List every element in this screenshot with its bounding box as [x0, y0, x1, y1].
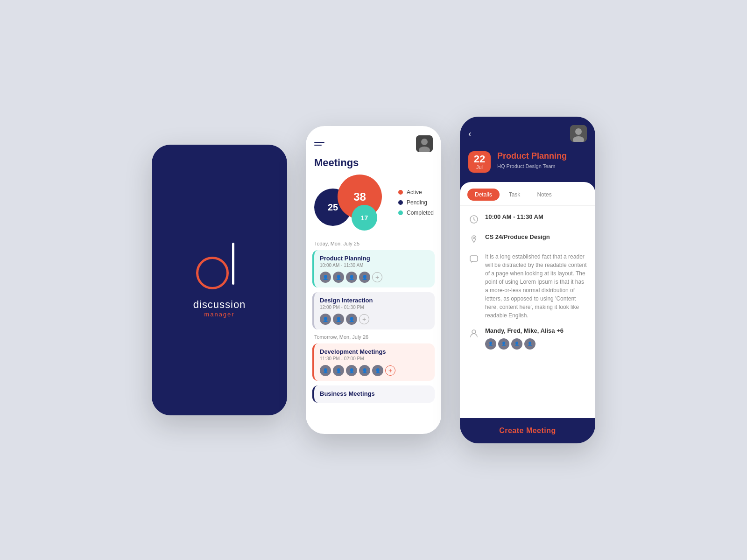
time-row: 10:00 AM - 11:30 AM [467, 212, 588, 226]
attendee-avatar-6: 👤 [333, 314, 344, 325]
detail-body: 10:00 AM - 11:30 AM CS 24/Produce Design [460, 206, 595, 418]
add-attendee-button[interactable]: + [372, 272, 382, 282]
menu-icon[interactable] [314, 142, 324, 146]
detail-header: 22 Jul Product Planning HQ Product Desig… [460, 147, 595, 182]
attendee-avatar-12: 👤 [372, 365, 383, 376]
svg-rect-8 [470, 256, 478, 261]
avatars-row: 👤 👤 👤 👤 + [320, 272, 429, 283]
add-attendee-button-3[interactable]: + [385, 365, 395, 376]
back-button[interactable]: ‹ [468, 128, 472, 139]
date-tomorrow: Tomorrow, Mon, July 26 [314, 334, 433, 340]
tab-details[interactable]: Details [467, 189, 500, 201]
user-avatar-detail[interactable] [570, 125, 587, 142]
completed-dot [398, 210, 403, 215]
chart-legend: Active Pending Completed [398, 189, 434, 216]
meetings-header [306, 126, 441, 157]
logo-ring [196, 257, 229, 289]
create-meeting-footer[interactable]: Create Meeting [460, 418, 595, 443]
user-avatar[interactable] [416, 135, 433, 152]
attendee-avatar-8: 👤 [320, 365, 331, 376]
splash-screen: discussion manager [152, 145, 287, 415]
attendee-avatar-9: 👤 [333, 365, 344, 376]
attendees-block: Mandy, Fred, Mike, Alisa +6 👤 👤 👤 👤 [485, 326, 564, 350]
meetings-screen: Meetings 25 38 17 Active Pending [306, 126, 441, 434]
completed-bubble: 17 [352, 205, 377, 231]
location-icon [467, 233, 480, 246]
add-attendee-button-2[interactable]: + [359, 314, 369, 324]
attendee-avatar-4: 👤 [359, 272, 370, 283]
detail-avatar-1: 👤 [485, 338, 496, 350]
meeting-card-development[interactable]: Development Meetings 11:30 PM - 02:00 PM… [312, 343, 435, 381]
attendees-row: Mandy, Fred, Mike, Alisa +6 👤 👤 👤 👤 [467, 326, 588, 350]
svg-point-1 [421, 139, 428, 145]
legend-completed: Completed [398, 210, 434, 216]
attendee-avatar-2: 👤 [333, 272, 344, 283]
meeting-card-product-planning[interactable]: Product Planning 10:00 AM - 11:30 AM 👤 👤… [312, 250, 435, 287]
clock-icon [467, 213, 480, 226]
attendee-avatar-11: 👤 [359, 365, 370, 376]
pending-dot [398, 200, 403, 205]
create-meeting-button[interactable]: Create Meeting [468, 427, 587, 435]
svg-point-9 [472, 330, 476, 334]
app-sub: manager [193, 311, 246, 318]
meeting-title-block: Product Planning HQ Product Design Team [497, 151, 567, 169]
attendees-avatars: 👤 👤 👤 👤 [485, 338, 564, 350]
meeting-card-design[interactable]: Design Interaction 12:00 PM - 01:30 PM 👤… [312, 292, 435, 329]
bubble-chart: 25 38 17 [314, 175, 389, 231]
description-row: It is a long established fact that a rea… [467, 252, 588, 320]
attendee-avatar-1: 👤 [320, 272, 331, 283]
person-icon [467, 327, 480, 340]
attendee-avatar-3: 👤 [346, 272, 357, 283]
detail-avatar-3: 👤 [511, 338, 522, 350]
legend-pending: Pending [398, 199, 434, 206]
detail-avatar-2: 👤 [498, 338, 509, 350]
detail-topbar: ‹ [460, 117, 595, 147]
logo-line [232, 243, 234, 285]
chart-area: 25 38 17 Active Pending Completed [306, 175, 441, 238]
location-row: CS 24/Produce Design [467, 232, 588, 246]
date-badge: 22 Jul [468, 151, 491, 173]
app-logo [196, 243, 243, 289]
attendee-avatar-10: 👤 [346, 365, 357, 376]
active-dot [398, 190, 403, 195]
detail-tabs: Details Task Notes [460, 182, 595, 206]
tab-notes[interactable]: Notes [529, 189, 559, 201]
attendee-avatar-5: 👤 [320, 314, 331, 325]
chat-icon [467, 253, 480, 266]
splash-text-block: discussion manager [193, 299, 246, 318]
detail-card: Details Task Notes 10:00 AM - 11:30 AM [460, 182, 595, 443]
detail-avatar-4: 👤 [524, 338, 536, 350]
app-name: discussion [193, 299, 246, 311]
legend-active: Active [398, 189, 434, 196]
meeting-card-business[interactable]: Business Meetings [312, 385, 435, 403]
avatars-row-3: 👤 👤 👤 👤 👤 + [320, 365, 429, 376]
screen-title: Meetings [306, 157, 441, 175]
avatars-row-2: 👤 👤 👤 + [320, 314, 429, 325]
detail-screen: ‹ 22 Jul Product Planning HQ Product Des… [460, 117, 595, 443]
tab-task[interactable]: Task [501, 189, 528, 201]
attendee-avatar-7: 👤 [346, 314, 357, 325]
svg-point-7 [473, 237, 475, 239]
date-today: Today, Mon, July 25 [314, 241, 433, 246]
svg-point-4 [575, 128, 582, 135]
meeting-list: Today, Mon, July 25 Product Planning 10:… [306, 238, 441, 434]
